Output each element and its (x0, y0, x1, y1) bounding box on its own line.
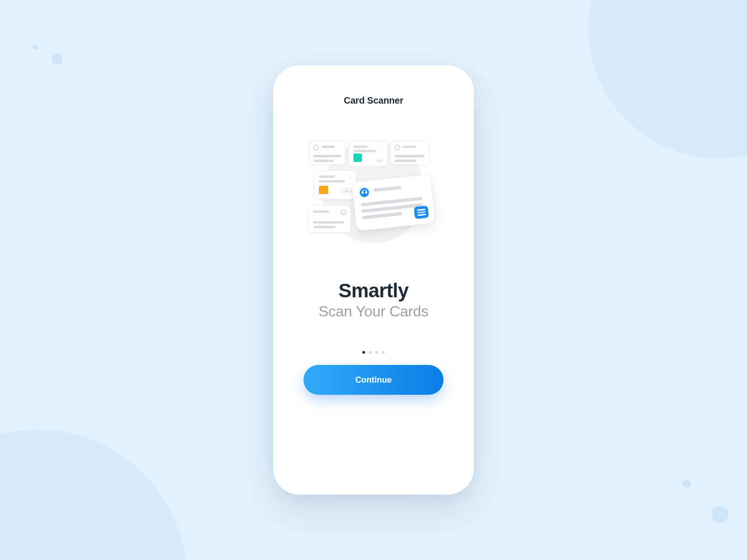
list-icon (414, 205, 429, 219)
nfc-icon: ››› (379, 145, 384, 149)
page-dot-active[interactable] (362, 351, 365, 354)
page-dot[interactable] (375, 351, 378, 354)
nfc-icon: ››› (348, 175, 353, 180)
card-chip-icon (319, 186, 328, 194)
placeholder-line (374, 186, 402, 192)
placeholder-line (353, 150, 376, 152)
background-dot (712, 506, 728, 523)
illustration-business-card-front (352, 174, 436, 231)
background-dot (683, 479, 691, 488)
background-circle-top-right (588, 0, 747, 159)
placeholder-line (319, 180, 345, 182)
background-dot (51, 54, 63, 65)
continue-button[interactable]: Continue (303, 365, 444, 395)
placeholder-line (313, 210, 329, 213)
card-slot-icon (342, 189, 352, 193)
placeholder-line (395, 160, 416, 162)
person-icon (313, 145, 319, 150)
onboarding-headline: Smartly Scan Your Cards (318, 280, 429, 320)
headline-subtitle: Scan Your Cards (318, 303, 429, 320)
illustration-contact-card (390, 140, 430, 165)
page-dot[interactable] (382, 351, 385, 354)
card-brand-label: VISA (375, 159, 383, 162)
app-title: Card Scanner (344, 95, 403, 106)
illustration-contact-card (309, 140, 345, 165)
page-indicator (362, 351, 385, 354)
placeholder-line (403, 146, 416, 148)
card-chip-icon (353, 154, 362, 162)
placeholder-line (313, 160, 334, 162)
illustration-contact-card (308, 205, 351, 233)
placeholder-line (322, 146, 335, 148)
placeholder-line (313, 155, 341, 157)
page-dot[interactable] (369, 351, 372, 354)
background-dot (33, 44, 38, 50)
placeholder-line (395, 155, 424, 157)
placeholder-line (313, 226, 336, 228)
placeholder-line (319, 175, 335, 178)
illustration-credit-card: ››› VISA (348, 140, 388, 167)
illustration-credit-card: ››› (314, 170, 357, 199)
person-icon (359, 187, 369, 197)
background-circle-bottom-left (0, 429, 187, 560)
person-icon (341, 210, 346, 215)
placeholder-line (362, 212, 402, 219)
phone-frame: Card Scanner ››› VISA ››› (273, 65, 474, 495)
person-icon (395, 145, 400, 150)
headline-bold: Smartly (318, 280, 429, 302)
onboarding-illustration: ››› VISA ››› (303, 126, 444, 257)
placeholder-line (313, 221, 344, 224)
placeholder-line (353, 146, 367, 148)
